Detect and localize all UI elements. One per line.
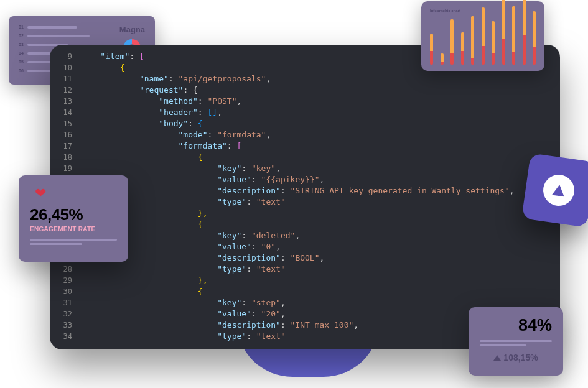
arrow-up-icon [493,355,501,361]
percent-value: 84% [480,316,552,335]
engagement-widget: ❤ 26,45% ENGAGEMENT RATE [19,175,128,262]
code-content: "item": [ { "name": "api/getproposals", … [81,45,560,349]
code-token: "item" [100,52,129,61]
percent-delta: 108,15% [480,353,552,363]
decorative-lines [480,340,552,346]
chart-widget: Infographic chart [421,1,544,71]
triangle-cube-icon [526,157,588,223]
list-title: Magna [119,25,145,34]
decorative-lines [30,239,117,245]
heart-icon: ❤ [35,185,117,201]
chart-bars [430,16,536,65]
percent-widget: 84% 108,15% [469,307,563,376]
engagement-value: 26,45% [30,205,117,224]
engagement-label: ENGAGEMENT RATE [30,226,117,233]
